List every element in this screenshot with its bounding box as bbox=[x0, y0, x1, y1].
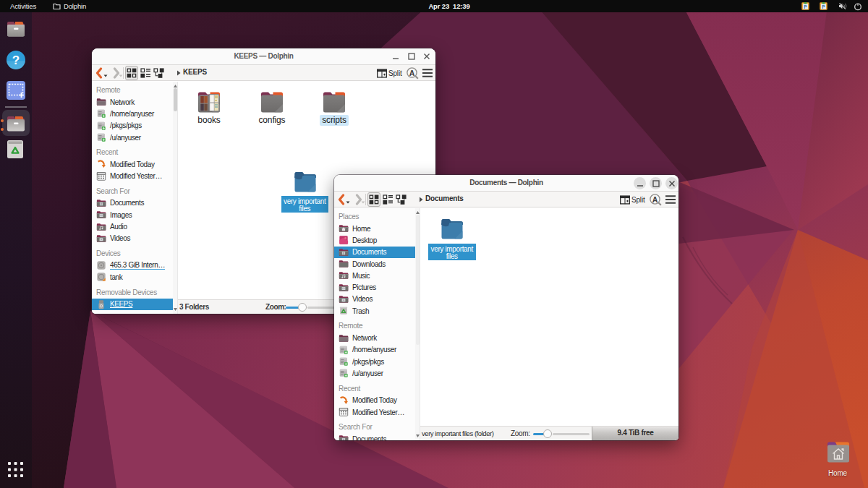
svg-text:?: ? bbox=[12, 53, 20, 67]
svg-text:P: P bbox=[804, 4, 807, 9]
svg-text:A: A bbox=[652, 194, 658, 203]
svg-text:P: P bbox=[822, 4, 825, 9]
svg-text:A: A bbox=[409, 68, 415, 77]
